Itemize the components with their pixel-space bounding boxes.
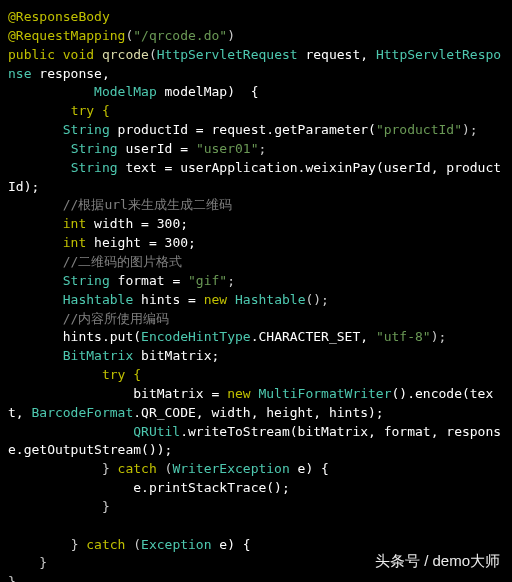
try-kw: try {	[8, 103, 110, 118]
comment: //二维码的图片格式	[8, 254, 182, 269]
annotation: @ResponseBody	[8, 9, 110, 24]
code-block: @ResponseBody @RequestMapping("/qrcode.d…	[8, 8, 504, 582]
watermark: 头条号 / demo大师	[375, 550, 500, 572]
comment: //内容所使用编码	[8, 311, 169, 326]
annotation: @RequestMapping	[8, 28, 125, 43]
comment: //根据url来生成生成二维码	[8, 197, 232, 212]
